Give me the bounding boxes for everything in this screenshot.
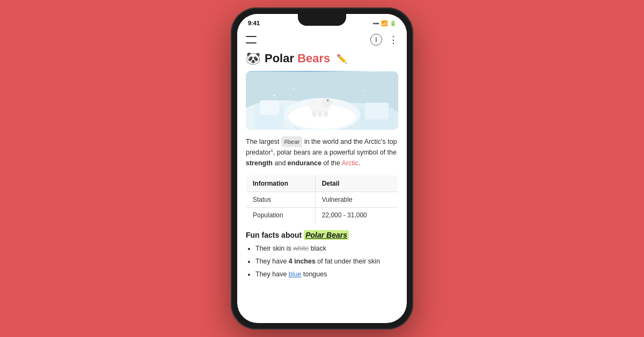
svg-rect-13 — [312, 111, 316, 117]
table-header-info: Information — [246, 175, 316, 192]
app-toolbar: i ⋮ — [237, 29, 407, 49]
table-header-detail: Detail — [315, 175, 398, 192]
notch — [298, 14, 346, 26]
svg-point-12 — [327, 99, 329, 101]
strikethrough-white: white — [293, 245, 309, 252]
desc-part3: , polar bears are a powerful symbol of t… — [273, 149, 397, 156]
svg-point-16 — [273, 94, 275, 97]
list-item: Their skin is white black — [255, 244, 398, 254]
status-time: 9:41 — [248, 20, 260, 26]
title-prefix: Polar — [265, 52, 297, 65]
desc-part1: The largest — [246, 138, 281, 145]
table-cell-detail: 22,000 - 31,000 — [315, 208, 398, 223]
bold-4-inches: 4 inches — [289, 258, 316, 265]
bold-strength: strength — [246, 159, 273, 167]
more-button[interactable]: ⋮ — [389, 35, 398, 45]
fun-facts-title: Fun facts about Polar Bears — [246, 231, 398, 239]
table-cell-info: Population — [246, 208, 316, 223]
edit-icon[interactable]: ✏️ — [336, 54, 347, 64]
hero-svg — [246, 71, 398, 130]
phone-screen: 9:41 ▪▪▪ 📶 🔋 i ⋮ — [237, 14, 407, 323]
menu-button[interactable] — [246, 33, 259, 46]
table-cell-info: Status — [246, 192, 316, 208]
info-button[interactable]: i — [370, 34, 382, 46]
info-table: Information Detail StatusVulnerablePopul… — [246, 175, 398, 223]
description-paragraph: The largest #bear in the world and the A… — [246, 136, 398, 169]
status-bar: 9:41 ▪▪▪ 📶 🔋 — [237, 14, 407, 29]
bold-endurance: endurance — [288, 159, 321, 167]
svg-rect-5 — [260, 100, 280, 115]
phone-frame: 9:41 ▪▪▪ 📶 🔋 i ⋮ — [231, 8, 413, 329]
wifi-icon: 📶 — [381, 20, 387, 26]
page-title-row: 🐼 Polar Bears ✏️ — [237, 49, 407, 71]
table-row: Population22,000 - 31,000 — [246, 208, 398, 223]
desc-part5: of the — [321, 159, 342, 167]
battery-icon: 🔋 — [390, 20, 396, 26]
page-emoji: 🐼 — [246, 52, 260, 65]
list-item: They have 4 inches of fat under their sk… — [255, 257, 398, 267]
svg-point-17 — [364, 90, 366, 92]
hamburger-line-2 — [246, 42, 257, 43]
desc-part4: and — [273, 159, 288, 167]
content-body: The largest #bear in the world and the A… — [237, 136, 407, 323]
svg-point-19 — [292, 87, 294, 89]
fun-facts-prefix: Fun facts about — [246, 231, 304, 239]
svg-rect-15 — [324, 111, 328, 117]
table-row: StatusVulnerable — [246, 192, 398, 208]
facts-list: Their skin is white black They have 4 in… — [246, 244, 398, 279]
svg-rect-7 — [365, 102, 389, 119]
arctic-link[interactable]: Arctic — [342, 159, 358, 167]
page-title: Polar Bears — [265, 52, 330, 65]
svg-rect-14 — [318, 111, 322, 116]
blue-link[interactable]: blue — [289, 270, 302, 278]
bear-tag[interactable]: #bear — [281, 136, 302, 147]
hero-image — [246, 71, 398, 130]
fun-facts-highlight: Polar Bears — [304, 230, 349, 240]
svg-point-18 — [341, 85, 342, 86]
toolbar-right: i ⋮ — [370, 34, 398, 46]
table-cell-detail: Vulnerable — [315, 192, 398, 208]
list-item: They have blue tongues — [255, 269, 398, 280]
title-colored: Bears — [297, 52, 330, 65]
hamburger-line-1 — [246, 36, 257, 37]
signal-icon: ▪▪▪ — [373, 20, 379, 26]
status-icons: ▪▪▪ 📶 🔋 — [373, 20, 396, 26]
